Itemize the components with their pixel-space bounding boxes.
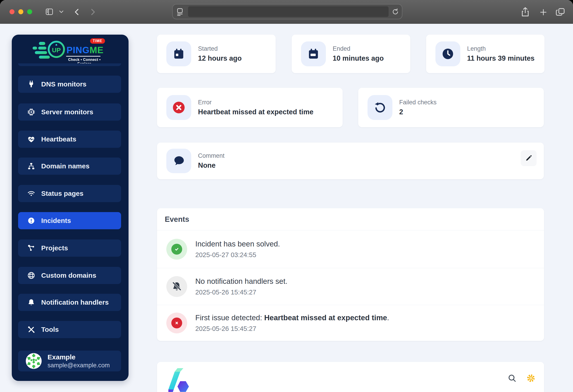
new-tab-icon[interactable] <box>539 8 548 16</box>
retry-icon <box>368 95 393 120</box>
comment-card: Comment None <box>157 143 544 179</box>
event-timestamp: 2025-05-26 15:45:27 <box>195 288 287 296</box>
minimize-window-button[interactable] <box>18 9 23 14</box>
sidebar-item-server-monitors[interactable]: Server monitors <box>18 104 121 121</box>
profile-card[interactable]: Example sample@example.com <box>18 351 121 371</box>
logo-divider <box>66 56 101 57</box>
stat-value: 10 minutes ago <box>333 54 384 62</box>
url-input[interactable] <box>188 6 389 17</box>
sidebar-item-label: Status pages <box>41 190 84 197</box>
profile-email: sample@example.com <box>48 362 110 369</box>
check-icon <box>173 246 180 253</box>
plug-icon <box>27 80 35 88</box>
toolbar-divider <box>57 7 57 17</box>
error-icon <box>166 95 191 120</box>
sidebar-item-label: Tools <box>41 326 59 333</box>
stat-label: Ended <box>333 45 384 52</box>
zoom-window-button[interactable] <box>27 9 32 14</box>
sidebar-item-label: Incidents <box>41 217 71 225</box>
sidebar-item-label: Notification handlers <box>41 299 109 306</box>
forward-button[interactable] <box>90 8 96 16</box>
profile-name: Example <box>48 353 110 361</box>
sidebar-item-notification-handlers[interactable]: Notification handlers <box>18 294 121 311</box>
chevron-down-icon[interactable] <box>59 10 64 14</box>
error-icon <box>166 313 187 333</box>
failed-checks-value: 2 <box>399 108 437 116</box>
browser-toolbar <box>0 0 573 24</box>
search-icon[interactable] <box>507 374 517 384</box>
event-row-solved: Incident has been solved. 2025-05-27 03:… <box>157 231 544 268</box>
nodes-icon <box>27 244 35 252</box>
tab-overview-icon[interactable] <box>555 7 565 17</box>
back-button[interactable] <box>74 8 80 16</box>
sidebar-item-partial[interactable] <box>18 63 121 66</box>
logo-time-badge: TIME <box>90 38 105 44</box>
comment-label: Comment <box>198 152 225 159</box>
error-card: Error Heartbeat missed at expected time <box>157 88 343 127</box>
event-text: No notification handlers set. <box>195 277 287 286</box>
clock-icon <box>435 41 460 66</box>
theme-toggle-sun-icon[interactable] <box>526 373 536 384</box>
comment-icon <box>166 149 191 173</box>
sidebar-toggle-icon[interactable] <box>45 7 54 16</box>
bell-slash-icon <box>166 276 187 297</box>
error-value: Heartbeat missed at expected time <box>198 108 313 116</box>
heartbeat-icon <box>27 135 35 143</box>
sidebar-item-projects[interactable]: Projects <box>18 239 121 257</box>
events-card: Events Incident has been solved. 2025-05… <box>157 208 544 341</box>
svg-text:UP: UP <box>52 47 61 54</box>
reader-view-icon[interactable] <box>176 7 184 17</box>
event-text: Incident has been solved. <box>195 240 280 248</box>
refresh-icon[interactable] <box>392 8 399 16</box>
sidebar-item-label: Projects <box>41 244 68 252</box>
footer-logo-icon <box>168 367 190 392</box>
share-icon[interactable] <box>520 7 530 17</box>
started-card: Started 12 hours ago <box>157 35 276 73</box>
app-page: UP PINGME TIME Check • Connect • Explore… <box>0 24 573 392</box>
x-icon <box>174 320 180 326</box>
failed-checks-card: Failed checks 2 <box>358 88 544 127</box>
browser-window: UP PINGME TIME Check • Connect • Explore… <box>0 0 573 392</box>
sidebar-item-dns-monitors[interactable]: DNS monitors <box>18 76 121 93</box>
sidebar-item-custom-domains[interactable]: Custom domains <box>18 267 121 284</box>
sidebar-item-label: Server monitors <box>41 108 93 116</box>
edit-comment-button[interactable] <box>521 150 537 166</box>
stat-label: Length <box>467 45 535 52</box>
success-icon <box>166 239 187 260</box>
bell-icon <box>27 298 35 306</box>
sitemap-icon <box>27 162 35 170</box>
sidebar-item-tools[interactable]: Tools <box>18 321 121 338</box>
logo-wordmark: PINGME <box>67 45 104 55</box>
sidebar-item-label: DNS monitors <box>41 80 87 88</box>
sidebar: UP PINGME TIME Check • Connect • Explore… <box>12 35 128 381</box>
calendar-range-icon <box>301 41 326 66</box>
event-timestamp: 2025-05-26 15:45:27 <box>195 325 389 333</box>
sidebar-item-label: Domain names <box>41 162 90 170</box>
footer-card <box>157 362 544 392</box>
length-card: Length 11 hours 39 minutes <box>426 35 544 73</box>
sidebar-item-heartbeats[interactable]: Heartbeats <box>18 131 121 148</box>
logo-up-circle-icon: UP <box>48 40 65 58</box>
ended-card: Ended 10 minutes ago <box>292 35 410 73</box>
event-text: First issue detected: Heartbeat missed a… <box>195 313 389 322</box>
sidebar-item-label: Custom domains <box>41 272 96 279</box>
tools-icon <box>27 325 35 334</box>
alert-icon <box>27 217 35 225</box>
event-row-no-handlers: No notification handlers set. 2025-05-26… <box>157 268 544 305</box>
globe-icon <box>27 271 35 280</box>
sidebar-item-domain-names[interactable]: Domain names <box>18 158 121 175</box>
stat-value: 11 hours 39 minutes <box>467 54 535 62</box>
close-window-button[interactable] <box>10 9 15 14</box>
error-label: Error <box>198 99 313 106</box>
address-bar[interactable] <box>172 4 402 19</box>
avatar <box>26 353 42 369</box>
sidebar-item-label: Heartbeats <box>41 135 76 143</box>
logo-ping-text: PING <box>67 45 90 55</box>
chip-icon <box>27 108 35 116</box>
sidebar-item-status-pages[interactable]: Status pages <box>18 185 121 202</box>
sidebar-item-incidents[interactable]: Incidents <box>18 212 121 229</box>
calendar-day-icon <box>166 41 191 66</box>
stat-label: Started <box>198 45 242 52</box>
event-row-first-issue: First issue detected: Heartbeat missed a… <box>157 305 544 341</box>
events-title: Events <box>157 208 544 231</box>
